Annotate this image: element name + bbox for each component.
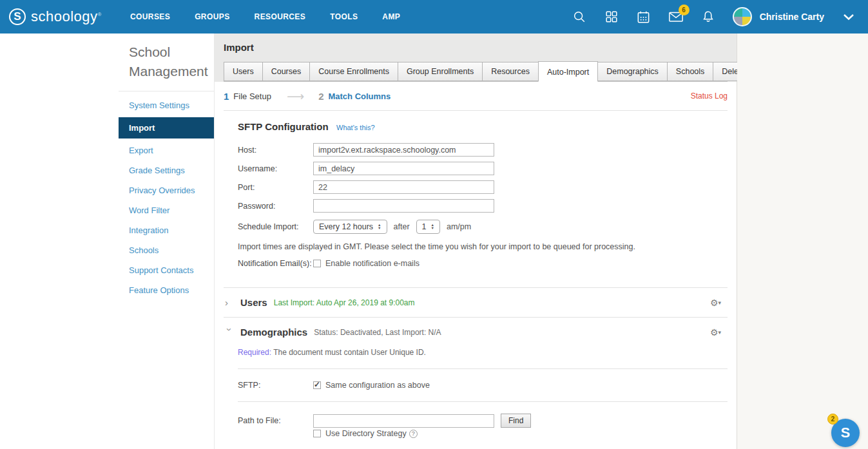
users-last-import-status: Last Import: Auto Apr 26, 2019 at 9:00am bbox=[274, 298, 415, 307]
right-gutter bbox=[737, 33, 868, 449]
schedule-hour-select[interactable]: 1 ▲▼ bbox=[416, 220, 440, 234]
support-chat-button[interactable]: S 2 bbox=[831, 419, 860, 447]
port-input[interactable] bbox=[313, 180, 494, 194]
tab-group-enrollments[interactable]: Group Enrollments bbox=[398, 62, 483, 81]
messages-count-badge: 6 bbox=[679, 5, 690, 15]
schoology-logo[interactable]: S schoology® bbox=[9, 8, 102, 25]
users-expand-chevron-icon[interactable]: › bbox=[225, 300, 234, 306]
nav-groups[interactable]: GROUPS bbox=[195, 12, 229, 21]
primary-nav: COURSES GROUPS RESOURCES TOOLS AMP bbox=[130, 12, 400, 21]
page-header: Import Users Courses Course Enrollments … bbox=[215, 33, 737, 82]
use-directory-strategy-checkbox[interactable] bbox=[313, 430, 321, 437]
sidebar-item-support-contacts[interactable]: Support Contacts bbox=[119, 260, 214, 280]
select-arrows-icon: ▲▼ bbox=[378, 224, 381, 229]
demographics-settings-gear-icon[interactable]: ⚙▾ bbox=[710, 327, 721, 338]
demographics-section-title: Demographics bbox=[240, 327, 307, 338]
step-1-number: 1 bbox=[224, 91, 229, 102]
page-title: Import bbox=[224, 42, 728, 53]
nav-amp[interactable]: AMP bbox=[382, 12, 400, 21]
port-label: Port: bbox=[238, 183, 313, 192]
nav-resources[interactable]: RESOURCES bbox=[255, 12, 306, 21]
tab-course-enrollments[interactable]: Course Enrollments bbox=[309, 62, 398, 81]
nav-tools[interactable]: TOOLS bbox=[330, 12, 358, 21]
gmt-note: Import times are displayed in GMT. Pleas… bbox=[238, 242, 728, 251]
host-input[interactable] bbox=[313, 143, 494, 157]
sftp-label: SFTP: bbox=[238, 381, 313, 390]
main-panel: Import Users Courses Course Enrollments … bbox=[214, 33, 737, 449]
same-configuration-label: Same configuration as above bbox=[325, 381, 430, 390]
enable-notification-label: Enable notification e-mails bbox=[325, 259, 420, 268]
chat-unread-badge: 2 bbox=[827, 414, 838, 425]
step-2-link[interactable]: Match Columns bbox=[328, 91, 391, 101]
sidebar-item-feature-options[interactable]: Feature Options bbox=[119, 280, 214, 300]
sidebar-item-export[interactable]: Export bbox=[119, 140, 214, 160]
password-input[interactable] bbox=[313, 199, 494, 213]
step-1-label: File Setup bbox=[233, 91, 271, 101]
account-chevron-down-icon[interactable] bbox=[841, 9, 856, 24]
users-settings-gear-icon[interactable]: ⚙▾ bbox=[710, 298, 721, 308]
users-section-header: › Users Last Import: Auto Apr 26, 2019 a… bbox=[224, 288, 728, 317]
apps-grid-icon[interactable] bbox=[604, 9, 619, 24]
host-label: Host: bbox=[238, 146, 313, 155]
after-label: after bbox=[394, 222, 410, 231]
top-navbar: S schoology® COURSES GROUPS RESOURCES TO… bbox=[0, 0, 868, 33]
sidebar: School Management System Settings Import… bbox=[0, 33, 214, 449]
tab-auto-import[interactable]: Auto-Import bbox=[538, 61, 598, 82]
user-avatar[interactable] bbox=[733, 7, 752, 26]
demographics-section-header: › Demographics Status: Deactivated, Last… bbox=[224, 318, 728, 347]
tab-schools[interactable]: Schools bbox=[667, 62, 713, 81]
sidebar-item-privacy-overrides[interactable]: Privacy Overrides bbox=[119, 180, 214, 200]
messages-icon[interactable]: 6 bbox=[668, 9, 684, 24]
tab-users[interactable]: Users bbox=[224, 62, 263, 81]
sidebar-item-import[interactable]: Import bbox=[119, 117, 214, 139]
import-tabs: Users Courses Course Enrollments Group E… bbox=[224, 61, 728, 82]
tab-resources[interactable]: Resources bbox=[482, 62, 539, 81]
sidebar-title: School Management bbox=[119, 43, 214, 82]
nav-courses[interactable]: COURSES bbox=[130, 12, 170, 21]
ampm-label: am/pm bbox=[447, 222, 471, 231]
wizard-steps: 1 File Setup ⟶ 2 Match Columns Status Lo… bbox=[224, 82, 728, 110]
step-arrow-icon: ⟶ bbox=[287, 89, 304, 104]
select-arrows-icon: ▲▼ bbox=[431, 224, 434, 229]
search-icon[interactable] bbox=[572, 9, 587, 24]
same-configuration-checkbox[interactable] bbox=[313, 381, 321, 389]
notifications-bell-icon[interactable] bbox=[700, 9, 716, 24]
schoology-s-icon: S bbox=[9, 8, 26, 25]
sidebar-divider bbox=[119, 91, 214, 91]
username-label: Username: bbox=[238, 164, 313, 173]
sidebar-item-schools[interactable]: Schools bbox=[119, 240, 214, 260]
tab-content: 1 File Setup ⟶ 2 Match Columns Status Lo… bbox=[215, 82, 737, 449]
sftp-configuration-section: SFTP Configuration What's this? Host: Us… bbox=[224, 111, 728, 287]
password-label: Password: bbox=[238, 202, 313, 211]
schedule-import-label: Schedule Import: bbox=[238, 222, 313, 231]
users-section-title: Users bbox=[240, 297, 267, 308]
tab-courses[interactable]: Courses bbox=[262, 62, 311, 81]
brand-name: schoology® bbox=[31, 8, 102, 25]
chat-letter: S bbox=[841, 425, 851, 441]
status-log-link[interactable]: Status Log bbox=[691, 91, 728, 100]
demographics-collapse-chevron-icon[interactable]: › bbox=[226, 328, 233, 337]
use-directory-strategy-label: Use Directory Strategy bbox=[325, 429, 407, 438]
help-question-icon[interactable]: ? bbox=[409, 430, 418, 438]
path-to-file-input[interactable] bbox=[313, 414, 494, 428]
notification-emails-label: Notification Email(s): bbox=[238, 259, 313, 268]
schedule-interval-select[interactable]: Every 12 hours ▲▼ bbox=[313, 220, 387, 234]
sidebar-item-system-settings[interactable]: System Settings bbox=[119, 95, 214, 115]
whats-this-link[interactable]: What's this? bbox=[336, 124, 375, 131]
sidebar-item-word-filter[interactable]: Word Filter bbox=[119, 200, 214, 220]
tab-demographics[interactable]: Demographics bbox=[597, 62, 668, 81]
demographics-status: Status: Deactivated, Last Import: N/A bbox=[314, 328, 441, 337]
calendar-icon[interactable] bbox=[636, 9, 651, 24]
sidebar-item-integration[interactable]: Integration bbox=[119, 220, 214, 240]
path-to-file-label: Path to File: bbox=[238, 416, 313, 425]
step-2-number: 2 bbox=[318, 91, 323, 102]
sidebar-item-grade-settings[interactable]: Grade Settings bbox=[119, 160, 214, 180]
find-button[interactable]: Find bbox=[501, 414, 531, 428]
sftp-config-heading: SFTP Configuration bbox=[238, 121, 329, 132]
user-name[interactable]: Christine Carty bbox=[760, 12, 824, 22]
required-note: Required: The document must contain User… bbox=[224, 348, 728, 357]
username-input[interactable] bbox=[313, 162, 494, 175]
enable-notification-checkbox[interactable] bbox=[313, 260, 321, 267]
